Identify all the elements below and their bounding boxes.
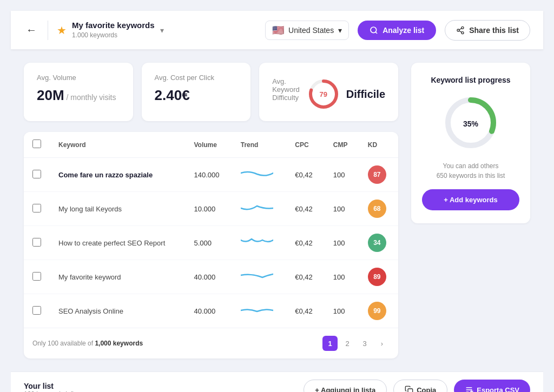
volume-cell: 40.000 [185,260,232,294]
keyword-text: Come fare un razzo spaziale [58,171,153,179]
cpc-cell: €0,42 [286,260,325,294]
row-checkbox[interactable] [32,170,41,178]
svg-point-1 [461,26,464,29]
keyword-cell: SEO Analysis Online [50,294,185,328]
share-icon [456,26,465,35]
esporta-button[interactable]: Esporta CSV [454,380,530,392]
cpc-cell: €0,42 [286,226,325,260]
kd-badge: 68 [368,200,386,218]
back-button[interactable]: ← [24,22,39,38]
add-keywords-label: + Add keywords [444,196,498,204]
percent-symbol: % [472,119,478,128]
right-panel: Keyword list progress 35% You can add ot… [411,63,530,358]
svg-point-0 [371,27,377,33]
avg-kd-label: Avg. Keyword Difficulty [272,77,300,102]
next-page-button[interactable]: › [374,336,390,351]
trend-chart [241,168,273,181]
search-icon [370,26,378,35]
page-2-button[interactable]: 2 [340,336,355,351]
keyword-cell: Come fare un razzo spaziale [50,158,185,192]
cmp-cell: 100 [325,294,359,328]
list-dropdown-arrow[interactable]: ▾ [160,26,164,35]
list-title: My favorite keywords [72,21,155,30]
table-row: SEO Analysis Online 40.000 €0,42 100 99 [24,294,398,328]
avg-cpc-label: Avg. Cost per Click [155,74,238,82]
keyword-cell: How to create perfect SEO Report [50,226,185,260]
avg-kd-card: Avg. Keyword Difficulty 79 Difficile [259,63,398,121]
volume-cell: 5.000 [185,226,232,260]
col-kd: KD [359,132,398,158]
copia-button[interactable]: Copia [393,380,447,392]
avg-volume-card: Avg. Volume 20M/ monthly visits [24,63,133,121]
keyword-cell: My long tail Keyords [50,192,185,226]
row-checkbox[interactable] [32,204,41,212]
trend-chart [241,202,273,215]
col-cmp: CMP [325,132,359,158]
keyword-text: How to create perfect SEO Report [58,239,165,247]
table-row: Come fare un razzo spaziale 140.000 €0,4… [24,158,398,192]
list-title-area: ★ My favorite keywords 1.000 keywords ▾ [57,21,256,39]
bottom-actions: + Aggiungi in lista Copia Esporta CSV [304,380,530,392]
copy-icon [405,386,413,392]
kd-cell: 68 [359,192,398,226]
volume-cell: 40.000 [185,294,232,328]
trend-cell [232,260,287,294]
left-panel: Avg. Volume 20M/ monthly visits Avg. Cos… [24,63,398,358]
list-count: 1.000 keywords [72,31,117,39]
svg-rect-10 [408,389,413,392]
row-checkbox[interactable] [32,306,41,315]
header-divider [48,21,48,40]
select-all-checkbox[interactable] [32,139,41,148]
your-list-title: Your list [24,382,74,390]
aggiungi-label: + Aggiungi in lista [315,386,375,393]
country-dropdown-icon: ▾ [338,26,342,35]
cmp-cell: 100 [325,260,359,294]
kd-badge: 34 [368,234,386,252]
star-icon: ★ [57,24,67,37]
avg-volume-label: Avg. Volume [37,74,120,82]
donut-chart: 35% [441,93,500,152]
back-icon: ← [26,24,37,36]
cpc-cell: €0,42 [286,294,325,328]
avg-cpc-value: 2.40€ [155,87,238,104]
volume-cell: 140.000 [185,158,232,192]
share-button[interactable]: Share this list [445,20,530,41]
keyword-text: My long tail Keyords [58,205,122,213]
row-checkbox[interactable] [32,238,41,247]
kd-cell: 87 [359,158,398,192]
aggiungi-button[interactable]: + Aggiungi in lista [304,380,387,392]
cmp-cell: 100 [325,192,359,226]
bottom-bar: Your list 100 keywords left + Aggiungi i… [11,371,543,392]
pagination: 1 2 3 › [322,336,390,351]
cpc-cell: €0,42 [286,158,325,192]
trend-chart [241,236,273,249]
row-checkbox[interactable] [32,272,41,281]
page-3-button[interactable]: 3 [357,336,372,351]
country-flag: 🇺🇸 [272,24,284,36]
add-keywords-button[interactable]: + Add keywords [422,189,519,210]
donut-percent: 35% [463,116,478,130]
footer-text: Only 100 available of 1,000 keywords [32,340,143,347]
progress-card: Keyword list progress 35% You can add ot… [411,63,530,223]
volume-cell: 10.000 [185,192,232,226]
country-selector[interactable]: 🇺🇸 United States ▾ [265,21,349,40]
trend-cell [232,158,287,192]
trend-cell [232,192,287,226]
share-label: Share this list [469,26,519,35]
trend-chart [241,270,273,283]
svg-point-2 [457,29,459,31]
keyword-table-card: Keyword Volume Trend CPC CMP KD Come far… [24,132,398,358]
analyze-button[interactable]: Analyze list [358,21,436,40]
list-title-text: My favorite keywords 1.000 keywords [72,21,155,39]
difficulty-gauge: 79 [307,78,340,110]
col-keyword: Keyword [50,132,185,158]
kd-cell: 89 [359,260,398,294]
your-list-info: Your list 100 keywords left [24,382,74,392]
difficulty-text: Difficile [346,88,385,101]
kd-badge: 89 [368,268,386,286]
header: ← ★ My favorite keywords 1.000 keywords … [11,11,543,50]
page-1-button[interactable]: 1 [322,336,338,351]
avg-cpc-card: Avg. Cost per Click 2.40€ [142,63,251,121]
kd-cell: 34 [359,226,398,260]
country-name: United States [288,26,334,35]
